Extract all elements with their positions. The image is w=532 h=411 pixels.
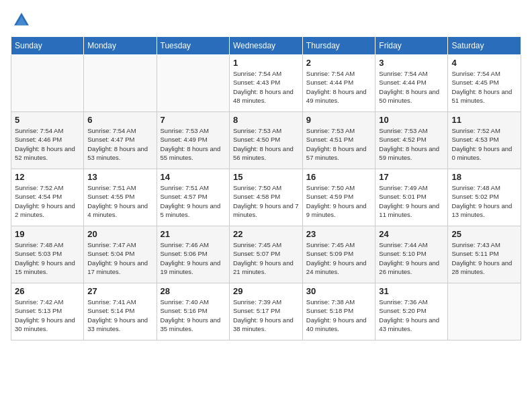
- calendar-cell: 30Sunrise: 7:38 AM Sunset: 5:18 PM Dayli…: [302, 283, 375, 340]
- day-info: Sunrise: 7:48 AM Sunset: 5:02 PM Dayligh…: [451, 183, 517, 219]
- weekday-header: Tuesday: [157, 37, 229, 55]
- day-number: 23: [306, 229, 372, 239]
- calendar-cell: 14Sunrise: 7:51 AM Sunset: 4:57 PM Dayli…: [157, 169, 229, 226]
- calendar-cell: 21Sunrise: 7:46 AM Sunset: 5:06 PM Dayli…: [157, 226, 229, 283]
- calendar-cell: 17Sunrise: 7:49 AM Sunset: 5:01 PM Dayli…: [375, 169, 448, 226]
- calendar-cell: 10Sunrise: 7:53 AM Sunset: 4:52 PM Dayli…: [375, 112, 448, 169]
- calendar-cell: 28Sunrise: 7:40 AM Sunset: 5:16 PM Dayli…: [157, 283, 229, 340]
- day-number: 25: [451, 229, 517, 239]
- day-info: Sunrise: 7:46 AM Sunset: 5:06 PM Dayligh…: [161, 240, 226, 276]
- day-info: Sunrise: 7:53 AM Sunset: 4:49 PM Dayligh…: [161, 126, 226, 162]
- calendar-cell: 31Sunrise: 7:36 AM Sunset: 5:20 PM Dayli…: [375, 283, 448, 340]
- day-number: 28: [161, 286, 226, 296]
- day-info: Sunrise: 7:48 AM Sunset: 5:03 PM Dayligh…: [15, 240, 80, 276]
- day-number: 5: [15, 115, 80, 125]
- day-number: 7: [161, 115, 226, 125]
- calendar-cell: 24Sunrise: 7:44 AM Sunset: 5:10 PM Dayli…: [375, 226, 448, 283]
- day-number: 8: [233, 115, 299, 125]
- day-info: Sunrise: 7:51 AM Sunset: 4:57 PM Dayligh…: [161, 183, 226, 219]
- weekday-header: Saturday: [448, 37, 521, 55]
- day-info: Sunrise: 7:47 AM Sunset: 5:04 PM Dayligh…: [87, 240, 152, 276]
- day-info: Sunrise: 7:51 AM Sunset: 4:55 PM Dayligh…: [87, 183, 152, 219]
- calendar-week-row: 26Sunrise: 7:42 AM Sunset: 5:13 PM Dayli…: [11, 283, 521, 340]
- day-info: Sunrise: 7:42 AM Sunset: 5:13 PM Dayligh…: [15, 298, 80, 333]
- day-number: 4: [451, 58, 517, 68]
- day-info: Sunrise: 7:54 AM Sunset: 4:47 PM Dayligh…: [87, 126, 152, 162]
- calendar-cell: 5Sunrise: 7:54 AM Sunset: 4:46 PM Daylig…: [11, 112, 84, 169]
- day-number: 13: [87, 172, 152, 182]
- day-number: 20: [87, 229, 152, 239]
- calendar-cell: 7Sunrise: 7:53 AM Sunset: 4:49 PM Daylig…: [157, 112, 229, 169]
- day-number: 19: [15, 229, 80, 239]
- day-info: Sunrise: 7:52 AM Sunset: 4:54 PM Dayligh…: [15, 183, 80, 219]
- calendar-cell: 27Sunrise: 7:41 AM Sunset: 5:14 PM Dayli…: [84, 283, 157, 340]
- calendar-cell: 25Sunrise: 7:43 AM Sunset: 5:11 PM Dayli…: [448, 226, 521, 283]
- calendar-cell: [11, 55, 84, 112]
- day-info: Sunrise: 7:40 AM Sunset: 5:16 PM Dayligh…: [161, 298, 226, 333]
- day-info: Sunrise: 7:49 AM Sunset: 5:01 PM Dayligh…: [379, 183, 444, 219]
- calendar-cell: 22Sunrise: 7:45 AM Sunset: 5:07 PM Dayli…: [229, 226, 302, 283]
- calendar-cell: 4Sunrise: 7:54 AM Sunset: 4:45 PM Daylig…: [448, 55, 521, 112]
- calendar-cell: 18Sunrise: 7:48 AM Sunset: 5:02 PM Dayli…: [448, 169, 521, 226]
- calendar-header-row: SundayMondayTuesdayWednesdayThursdayFrid…: [11, 37, 521, 55]
- calendar-cell: 19Sunrise: 7:48 AM Sunset: 5:03 PM Dayli…: [11, 226, 84, 283]
- day-info: Sunrise: 7:43 AM Sunset: 5:11 PM Dayligh…: [451, 240, 517, 276]
- day-info: Sunrise: 7:41 AM Sunset: 5:14 PM Dayligh…: [87, 298, 152, 333]
- logo-icon: [12, 11, 31, 30]
- calendar-cell: 6Sunrise: 7:54 AM Sunset: 4:47 PM Daylig…: [84, 112, 157, 169]
- calendar-cell: 29Sunrise: 7:39 AM Sunset: 5:17 PM Dayli…: [229, 283, 302, 340]
- day-number: 6: [87, 115, 152, 125]
- day-number: 24: [379, 229, 444, 239]
- day-info: Sunrise: 7:45 AM Sunset: 5:09 PM Dayligh…: [306, 240, 372, 276]
- calendar-cell: 9Sunrise: 7:53 AM Sunset: 4:51 PM Daylig…: [302, 112, 375, 169]
- calendar-cell: 13Sunrise: 7:51 AM Sunset: 4:55 PM Dayli…: [84, 169, 157, 226]
- day-number: 18: [451, 172, 517, 182]
- calendar-cell: 8Sunrise: 7:53 AM Sunset: 4:50 PM Daylig…: [229, 112, 302, 169]
- calendar-week-row: 1Sunrise: 7:54 AM Sunset: 4:43 PM Daylig…: [11, 55, 521, 112]
- weekday-header: Wednesday: [229, 37, 302, 55]
- day-number: 12: [15, 172, 80, 182]
- day-info: Sunrise: 7:54 AM Sunset: 4:43 PM Dayligh…: [233, 69, 299, 105]
- day-number: 3: [379, 58, 444, 68]
- day-number: 9: [306, 115, 372, 125]
- calendar-week-row: 19Sunrise: 7:48 AM Sunset: 5:03 PM Dayli…: [11, 226, 521, 283]
- calendar-week-row: 5Sunrise: 7:54 AM Sunset: 4:46 PM Daylig…: [11, 112, 521, 169]
- calendar-cell: 1Sunrise: 7:54 AM Sunset: 4:43 PM Daylig…: [229, 55, 302, 112]
- day-info: Sunrise: 7:53 AM Sunset: 4:51 PM Dayligh…: [306, 126, 372, 162]
- day-info: Sunrise: 7:54 AM Sunset: 4:44 PM Dayligh…: [379, 69, 444, 105]
- day-number: 27: [87, 286, 152, 296]
- day-number: 11: [451, 115, 517, 125]
- day-number: 31: [379, 286, 444, 296]
- calendar-cell: 3Sunrise: 7:54 AM Sunset: 4:44 PM Daylig…: [375, 55, 448, 112]
- calendar-cell: [84, 55, 157, 112]
- day-info: Sunrise: 7:53 AM Sunset: 4:52 PM Dayligh…: [379, 126, 444, 162]
- weekday-header: Thursday: [302, 37, 375, 55]
- day-info: Sunrise: 7:39 AM Sunset: 5:17 PM Dayligh…: [233, 298, 299, 333]
- day-number: 17: [379, 172, 444, 182]
- day-number: 14: [161, 172, 226, 182]
- calendar-cell: 20Sunrise: 7:47 AM Sunset: 5:04 PM Dayli…: [84, 226, 157, 283]
- calendar: SundayMondayTuesdayWednesdayThursdayFrid…: [11, 36, 521, 340]
- calendar-cell: [448, 283, 521, 340]
- day-number: 21: [161, 229, 226, 239]
- calendar-cell: [157, 55, 229, 112]
- weekday-header: Monday: [84, 37, 157, 55]
- weekday-header: Sunday: [11, 37, 84, 55]
- weekday-header: Friday: [375, 37, 448, 55]
- day-info: Sunrise: 7:36 AM Sunset: 5:20 PM Dayligh…: [379, 298, 444, 333]
- day-number: 10: [379, 115, 444, 125]
- day-info: Sunrise: 7:54 AM Sunset: 4:46 PM Dayligh…: [15, 126, 80, 162]
- page-header: [11, 11, 521, 30]
- calendar-cell: 15Sunrise: 7:50 AM Sunset: 4:58 PM Dayli…: [229, 169, 302, 226]
- day-number: 26: [15, 286, 80, 296]
- day-number: 16: [306, 172, 372, 182]
- day-info: Sunrise: 7:54 AM Sunset: 4:45 PM Dayligh…: [451, 69, 517, 105]
- calendar-cell: 23Sunrise: 7:45 AM Sunset: 5:09 PM Dayli…: [302, 226, 375, 283]
- calendar-cell: 26Sunrise: 7:42 AM Sunset: 5:13 PM Dayli…: [11, 283, 84, 340]
- calendar-week-row: 12Sunrise: 7:52 AM Sunset: 4:54 PM Dayli…: [11, 169, 521, 226]
- calendar-cell: 11Sunrise: 7:52 AM Sunset: 4:53 PM Dayli…: [448, 112, 521, 169]
- calendar-cell: 2Sunrise: 7:54 AM Sunset: 4:44 PM Daylig…: [302, 55, 375, 112]
- day-number: 1: [233, 58, 299, 68]
- calendar-cell: 16Sunrise: 7:50 AM Sunset: 4:59 PM Dayli…: [302, 169, 375, 226]
- day-info: Sunrise: 7:54 AM Sunset: 4:44 PM Dayligh…: [306, 69, 372, 105]
